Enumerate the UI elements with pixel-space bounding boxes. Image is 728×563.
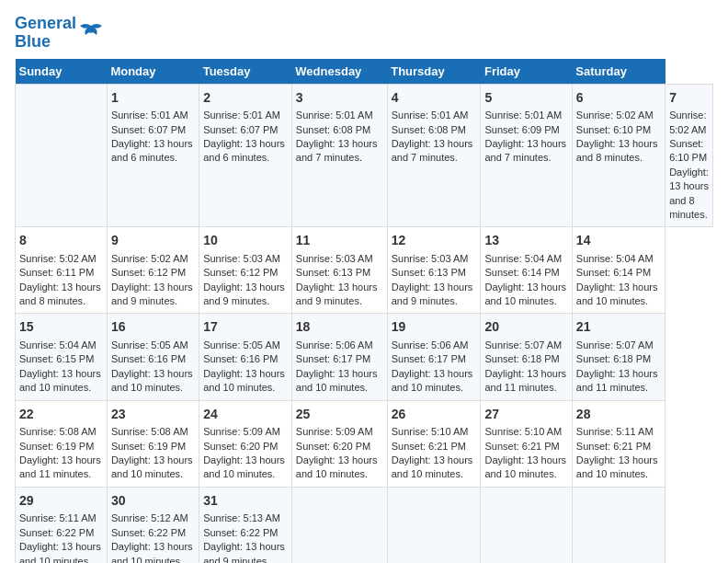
day-number: 14 [576,232,661,250]
sunset-label: Sunset: 6:12 PM [111,267,186,278]
sunrise-label: Sunrise: 5:02 AM [111,253,188,264]
cell-day-14: 14Sunrise: 5:04 AMSunset: 6:14 PMDayligh… [572,227,665,314]
sunset-label: Sunset: 6:10 PM [669,138,707,163]
day-number: 4 [392,89,477,108]
day-number: 1 [111,89,195,108]
sunset-label: Sunset: 6:15 PM [19,353,94,364]
day-number: 26 [392,406,477,424]
sunset-label: Sunset: 6:10 PM [576,124,651,135]
header-friday: Friday [481,59,572,85]
week-row-5: 29Sunrise: 5:11 AMSunset: 6:22 PMDayligh… [16,487,713,563]
daylight-label: Daylight: 13 hours and 11 minutes. [19,454,101,479]
header-wednesday: Wednesday [291,59,387,85]
cell-empty-0-0 [16,84,108,227]
cell-day-15: 15Sunrise: 5:04 AMSunset: 6:15 PMDayligh… [16,314,108,400]
sunset-label: Sunset: 6:16 PM [203,353,278,364]
cell-day-10: 10Sunrise: 5:03 AMSunset: 6:12 PMDayligh… [199,227,292,314]
day-number: 20 [484,318,567,337]
sunset-label: Sunset: 6:21 PM [392,441,466,452]
header-tuesday: Tuesday [199,59,292,85]
header-monday: Monday [107,59,199,85]
cell-day-30: 30Sunrise: 5:12 AMSunset: 6:22 PMDayligh… [107,487,199,563]
daylight-label: Daylight: 13 hours and 9 minutes. [203,541,285,563]
sunset-label: Sunset: 6:20 PM [296,441,370,452]
daylight-label: Daylight: 13 hours and 10 minutes. [392,454,473,479]
sunset-label: Sunset: 6:20 PM [203,441,278,452]
sunrise-label: Sunrise: 5:07 AM [576,339,654,350]
sunrise-label: Sunrise: 5:04 AM [576,253,654,264]
cell-day-20: 20Sunrise: 5:07 AMSunset: 6:18 PMDayligh… [481,314,572,400]
week-row-4: 22Sunrise: 5:08 AMSunset: 6:19 PMDayligh… [16,400,713,487]
cell-day-31: 31Sunrise: 5:13 AMSunset: 6:22 PMDayligh… [199,487,292,563]
cell-day-3: 3Sunrise: 5:01 AMSunset: 6:08 PMDaylight… [291,84,387,227]
cell-day-24: 24Sunrise: 5:09 AMSunset: 6:20 PMDayligh… [199,400,292,487]
daylight-label: Daylight: 13 hours and 10 minutes. [203,368,285,393]
sunrise-label: Sunrise: 5:06 AM [392,339,469,350]
cell-day-11: 11Sunrise: 5:03 AMSunset: 6:13 PMDayligh… [291,227,387,314]
cell-day-25: 25Sunrise: 5:09 AMSunset: 6:20 PMDayligh… [291,400,387,487]
daylight-label: Daylight: 13 hours and 10 minutes. [296,454,378,479]
day-number: 6 [576,89,661,108]
sunrise-label: Sunrise: 5:12 AM [111,512,188,523]
sunrise-label: Sunrise: 5:02 AM [669,109,706,134]
sunrise-label: Sunrise: 5:02 AM [576,109,654,121]
sunset-label: Sunset: 6:21 PM [484,441,559,452]
sunrise-label: Sunrise: 5:09 AM [296,426,373,437]
cell-day-12: 12Sunrise: 5:03 AMSunset: 6:13 PMDayligh… [387,227,481,314]
sunset-label: Sunset: 6:19 PM [111,441,186,452]
sunrise-label: Sunrise: 5:01 AM [296,109,373,121]
daylight-label: Daylight: 13 hours and 11 minutes. [576,368,658,393]
sunset-label: Sunset: 6:22 PM [19,527,94,538]
sunset-label: Sunset: 6:22 PM [111,527,186,538]
cell-day-18: 18Sunrise: 5:06 AMSunset: 6:17 PMDayligh… [291,314,387,400]
day-number: 10 [203,232,288,250]
day-number: 30 [111,492,195,511]
daylight-label: Daylight: 13 hours and 6 minutes. [111,138,193,163]
daylight-label: Daylight: 13 hours and 10 minutes. [19,368,101,393]
cell-day-27: 27Sunrise: 5:10 AMSunset: 6:21 PMDayligh… [481,400,572,487]
cell-empty-4-5 [481,487,572,563]
sunset-label: Sunset: 6:22 PM [203,527,278,538]
sunset-label: Sunset: 6:17 PM [392,353,466,364]
sunset-label: Sunset: 6:14 PM [576,267,651,278]
sunrise-label: Sunrise: 5:08 AM [19,426,97,437]
daylight-label: Daylight: 13 hours and 10 minutes. [111,454,193,479]
cell-day-6: 6Sunrise: 5:02 AMSunset: 6:10 PMDaylight… [572,84,665,227]
sunset-label: Sunset: 6:12 PM [203,267,278,278]
cell-day-16: 16Sunrise: 5:05 AMSunset: 6:16 PMDayligh… [107,314,199,400]
daylight-label: Daylight: 13 hours and 10 minutes. [296,368,378,393]
cell-day-22: 22Sunrise: 5:08 AMSunset: 6:19 PMDayligh… [16,400,108,487]
day-number: 23 [111,406,195,424]
daylight-label: Daylight: 13 hours and 10 minutes. [111,541,193,563]
calendar-table: SundayMondayTuesdayWednesdayThursdayFrid… [15,59,713,563]
sunset-label: Sunset: 6:07 PM [111,124,186,135]
sunset-label: Sunset: 6:08 PM [392,124,466,135]
sunset-label: Sunset: 6:17 PM [296,353,370,364]
cell-day-4: 4Sunrise: 5:01 AMSunset: 6:08 PMDaylight… [387,84,481,227]
sunrise-label: Sunrise: 5:01 AM [392,109,469,121]
day-number: 16 [111,318,195,337]
cell-day-21: 21Sunrise: 5:07 AMSunset: 6:18 PMDayligh… [572,314,665,400]
day-number: 28 [576,406,661,424]
sunset-label: Sunset: 6:21 PM [576,441,651,452]
sunrise-label: Sunrise: 5:06 AM [296,339,373,350]
daylight-label: Daylight: 13 hours and 9 minutes. [111,282,193,306]
day-number: 21 [576,318,661,337]
header-saturday: Saturday [572,59,665,85]
day-number: 29 [19,492,103,511]
page-header: GeneralBlue [15,15,713,52]
daylight-label: Daylight: 13 hours and 10 minutes. [19,541,101,563]
daylight-label: Daylight: 13 hours and 10 minutes. [576,454,658,479]
daylight-label: Daylight: 13 hours and 10 minutes. [111,368,193,393]
week-row-1: 1Sunrise: 5:01 AMSunset: 6:07 PMDaylight… [16,84,713,227]
calendar-header-row: SundayMondayTuesdayWednesdayThursdayFrid… [16,59,713,85]
cell-day-23: 23Sunrise: 5:08 AMSunset: 6:19 PMDayligh… [107,400,199,487]
daylight-label: Daylight: 13 hours and 6 minutes. [203,138,285,163]
sunrise-label: Sunrise: 5:04 AM [484,253,562,264]
sunrise-label: Sunrise: 5:07 AM [484,339,562,350]
daylight-label: Daylight: 13 hours and 10 minutes. [484,454,566,479]
cell-day-9: 9Sunrise: 5:02 AMSunset: 6:12 PMDaylight… [107,227,199,314]
day-number: 9 [111,232,195,250]
sunrise-label: Sunrise: 5:04 AM [19,339,97,350]
daylight-label: Daylight: 13 hours and 10 minutes. [484,282,566,306]
